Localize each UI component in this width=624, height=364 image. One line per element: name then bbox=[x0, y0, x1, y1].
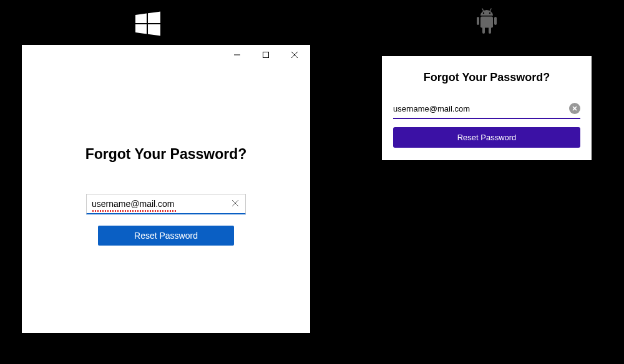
android-os-icon bbox=[474, 7, 499, 37]
svg-rect-7 bbox=[482, 26, 485, 34]
email-field[interactable] bbox=[92, 199, 230, 209]
svg-point-2 bbox=[483, 12, 484, 14]
svg-rect-5 bbox=[477, 17, 479, 25]
svg-rect-10 bbox=[263, 52, 269, 58]
windows-titlebar bbox=[22, 45, 310, 65]
email-field[interactable] bbox=[393, 104, 569, 113]
svg-rect-6 bbox=[494, 17, 497, 25]
svg-rect-8 bbox=[489, 26, 491, 34]
clear-input-icon[interactable] bbox=[569, 103, 580, 114]
close-button[interactable] bbox=[280, 46, 309, 64]
clear-input-icon[interactable] bbox=[230, 197, 240, 211]
reset-password-button[interactable]: Reset Password bbox=[98, 226, 234, 246]
windows-password-dialog: Forgot Your Password? Reset Password bbox=[22, 45, 310, 333]
forgot-password-heading: Forgot Your Password? bbox=[22, 146, 310, 163]
email-input-container[interactable] bbox=[86, 194, 246, 214]
spellcheck-indicator bbox=[92, 210, 177, 212]
forgot-password-heading: Forgot Your Password? bbox=[393, 71, 580, 84]
windows-os-icon bbox=[135, 11, 160, 36]
maximize-button[interactable] bbox=[251, 46, 280, 64]
reset-password-button[interactable]: Reset Password bbox=[393, 127, 580, 148]
email-input-container[interactable] bbox=[393, 103, 580, 119]
minimize-button[interactable] bbox=[223, 46, 251, 64]
svg-point-3 bbox=[489, 12, 490, 14]
android-password-dialog: Forgot Your Password? Reset Password bbox=[382, 56, 592, 160]
svg-rect-4 bbox=[480, 17, 493, 28]
